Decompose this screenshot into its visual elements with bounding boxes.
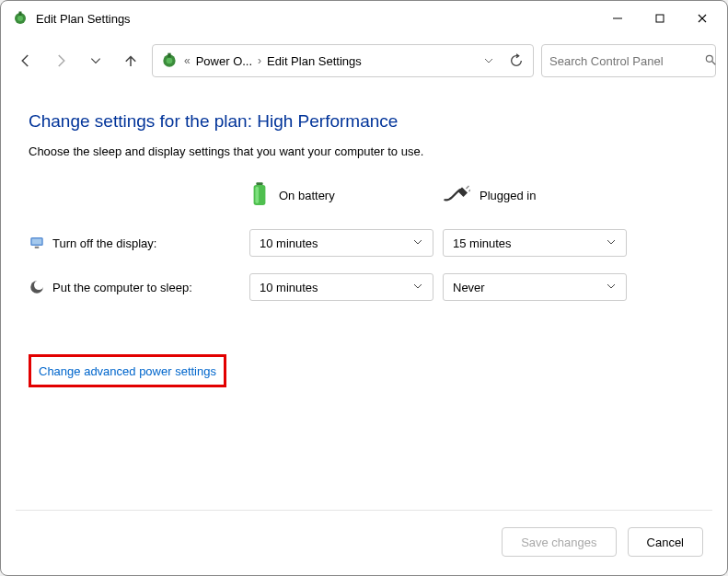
svg-line-16 — [469, 189, 471, 191]
setting-row-display: Turn off the display: 10 minutes 15 minu… — [29, 229, 699, 257]
svg-point-10 — [706, 55, 712, 62]
dropdown-sleep-plugged[interactable]: Never — [443, 273, 627, 301]
breadcrumb-icon — [160, 52, 179, 70]
svg-point-2 — [17, 16, 23, 21]
setting-display-label: Turn off the display: — [52, 236, 156, 250]
maximize-button[interactable] — [639, 4, 681, 33]
app-icon — [12, 10, 29, 27]
history-dropdown-button[interactable] — [82, 47, 110, 75]
column-on-battery: On battery — [249, 180, 433, 211]
moon-icon — [29, 279, 45, 295]
chevron-down-icon — [606, 281, 617, 294]
dropdown-sleep-battery-value: 10 minutes — [260, 281, 318, 294]
titlebar: Edit Plan Settings — [1, 1, 727, 36]
close-button[interactable] — [681, 4, 723, 33]
setting-sleep-label-group: Put the computer to sleep: — [29, 279, 240, 295]
svg-rect-1 — [19, 12, 22, 17]
dropdown-sleep-plugged-value: Never — [453, 281, 485, 294]
dropdown-display-plugged[interactable]: 15 minutes — [443, 229, 627, 257]
search-box[interactable] — [541, 44, 716, 77]
page-heading: Change settings for the plan: High Perfo… — [29, 111, 699, 132]
svg-rect-8 — [168, 53, 170, 58]
chevron-down-icon — [606, 236, 617, 250]
breadcrumb[interactable]: « Power O... › Edit Plan Settings — [152, 44, 534, 77]
setting-row-sleep: Put the computer to sleep: 10 minutes Ne… — [29, 273, 699, 301]
setting-sleep-label: Put the computer to sleep: — [52, 281, 192, 294]
dropdown-display-plugged-value: 15 minutes — [453, 236, 512, 250]
nav-row: « Power O... › Edit Plan Settings — [1, 36, 727, 86]
chevron-left-icon: « — [184, 54, 191, 67]
highlighted-region: Change advanced power settings — [29, 354, 226, 387]
chevron-right-icon: › — [258, 54, 261, 67]
column-plugged-label: Plugged in — [480, 189, 536, 202]
window: Edit Plan Settings « Powe — [0, 0, 728, 576]
advanced-power-settings-link[interactable]: Change advanced power settings — [39, 364, 216, 378]
column-plugged-in: Plugged in — [443, 185, 627, 206]
forward-button[interactable] — [47, 47, 75, 75]
svg-rect-14 — [255, 187, 259, 203]
breadcrumb-dropdown-button[interactable] — [480, 52, 498, 70]
window-title: Edit Plan Settings — [36, 12, 131, 26]
refresh-button[interactable] — [507, 52, 526, 70]
up-button[interactable] — [117, 47, 144, 75]
svg-line-15 — [467, 186, 469, 189]
svg-rect-19 — [35, 247, 40, 248]
svg-rect-4 — [656, 15, 664, 22]
breadcrumb-power-options[interactable]: Power O... — [196, 54, 252, 68]
chevron-down-icon — [412, 236, 423, 250]
monitor-icon — [29, 235, 45, 251]
svg-point-21 — [34, 281, 44, 291]
page-subtext: Choose the sleep and display settings th… — [29, 144, 699, 158]
column-battery-label: On battery — [279, 189, 335, 202]
footer: Save changes Cancel — [1, 511, 727, 575]
save-changes-button[interactable]: Save changes — [502, 527, 616, 557]
svg-rect-18 — [32, 239, 42, 245]
back-button[interactable] — [12, 47, 40, 75]
setting-display-label-group: Turn off the display: — [29, 235, 240, 251]
dropdown-display-battery[interactable]: 10 minutes — [249, 229, 433, 257]
dropdown-display-battery-value: 10 minutes — [260, 236, 318, 250]
content-area: Change settings for the plan: High Perfo… — [1, 86, 727, 510]
svg-line-11 — [712, 61, 716, 64]
minimize-button[interactable] — [596, 4, 639, 33]
chevron-down-icon — [412, 281, 423, 294]
breadcrumb-edit-plan[interactable]: Edit Plan Settings — [267, 54, 362, 68]
search-input[interactable] — [549, 54, 704, 68]
plug-icon — [443, 185, 470, 206]
battery-icon — [249, 180, 270, 211]
cancel-button[interactable]: Cancel — [628, 527, 703, 557]
columns-header: On battery Plugged in — [29, 180, 699, 211]
dropdown-sleep-battery[interactable]: 10 minutes — [249, 273, 433, 301]
svg-point-9 — [167, 58, 173, 64]
svg-rect-12 — [256, 182, 262, 185]
search-icon — [704, 53, 717, 69]
